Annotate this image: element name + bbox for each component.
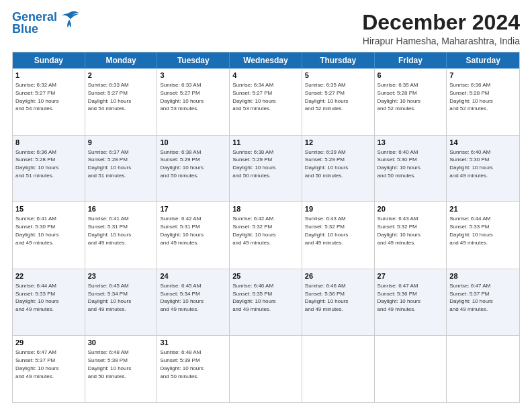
table-row: 28Sunrise: 6:47 AMSunset: 5:37 PMDayligh… <box>447 269 519 336</box>
logo: GeneralBlue <box>12 11 80 35</box>
table-row: 29Sunrise: 6:47 AMSunset: 5:37 PMDayligh… <box>13 336 85 402</box>
table-row: 22Sunrise: 6:44 AMSunset: 5:33 PMDayligh… <box>13 269 85 336</box>
table-row: 18Sunrise: 6:42 AMSunset: 5:32 PMDayligh… <box>230 202 302 269</box>
table-row <box>447 336 519 402</box>
calendar-row: 1Sunrise: 6:32 AMSunset: 5:27 PMDaylight… <box>13 68 519 136</box>
table-row: 1Sunrise: 6:32 AMSunset: 5:27 PMDaylight… <box>13 68 85 135</box>
table-row: 19Sunrise: 6:43 AMSunset: 5:32 PMDayligh… <box>302 202 375 269</box>
table-row: 12Sunrise: 6:39 AMSunset: 5:29 PMDayligh… <box>302 136 375 202</box>
table-row <box>230 336 302 402</box>
header-wednesday: Wednesday <box>230 52 302 68</box>
table-row: 9Sunrise: 6:37 AMSunset: 5:28 PMDaylight… <box>85 136 158 202</box>
header-friday: Friday <box>375 52 447 68</box>
header: GeneralBlue December 2024 Hirapur Hamesh… <box>12 11 520 46</box>
calendar-row: 22Sunrise: 6:44 AMSunset: 5:33 PMDayligh… <box>13 269 519 336</box>
header-monday: Monday <box>85 52 158 68</box>
table-row: 3Sunrise: 6:33 AMSunset: 5:27 PMDaylight… <box>157 68 230 135</box>
table-row: 23Sunrise: 6:45 AMSunset: 5:34 PMDayligh… <box>85 269 158 336</box>
logo-bird-icon <box>58 10 80 29</box>
table-row: 31Sunrise: 6:48 AMSunset: 5:39 PMDayligh… <box>157 336 230 402</box>
table-row: 11Sunrise: 6:38 AMSunset: 5:29 PMDayligh… <box>230 136 302 202</box>
table-row: 10Sunrise: 6:38 AMSunset: 5:29 PMDayligh… <box>157 136 230 202</box>
page: GeneralBlue December 2024 Hirapur Hamesh… <box>0 0 532 411</box>
table-row <box>375 336 447 402</box>
table-row: 8Sunrise: 6:36 AMSunset: 5:28 PMDaylight… <box>13 136 85 202</box>
calendar: Sunday Monday Tuesday Wednesday Thursday… <box>12 52 520 403</box>
table-row: 14Sunrise: 6:40 AMSunset: 5:30 PMDayligh… <box>447 136 519 202</box>
table-row: 13Sunrise: 6:40 AMSunset: 5:30 PMDayligh… <box>375 136 447 202</box>
calendar-row: 8Sunrise: 6:36 AMSunset: 5:28 PMDaylight… <box>13 136 519 203</box>
table-row: 5Sunrise: 6:35 AMSunset: 5:27 PMDaylight… <box>302 68 375 135</box>
table-row: 20Sunrise: 6:43 AMSunset: 5:32 PMDayligh… <box>375 202 447 269</box>
table-row <box>302 336 375 402</box>
logo-text: GeneralBlue <box>12 11 57 35</box>
table-row: 6Sunrise: 6:35 AMSunset: 5:28 PMDaylight… <box>375 68 447 135</box>
calendar-row: 15Sunrise: 6:41 AMSunset: 5:30 PMDayligh… <box>13 202 519 269</box>
calendar-row: 29Sunrise: 6:47 AMSunset: 5:37 PMDayligh… <box>13 336 519 402</box>
header-saturday: Saturday <box>447 52 519 68</box>
month-title: December 2024 <box>362 11 520 34</box>
table-row: 21Sunrise: 6:44 AMSunset: 5:33 PMDayligh… <box>447 202 519 269</box>
table-row: 15Sunrise: 6:41 AMSunset: 5:30 PMDayligh… <box>13 202 85 269</box>
table-row: 24Sunrise: 6:45 AMSunset: 5:34 PMDayligh… <box>157 269 230 336</box>
table-row: 4Sunrise: 6:34 AMSunset: 5:27 PMDaylight… <box>230 68 302 135</box>
table-row: 30Sunrise: 6:48 AMSunset: 5:38 PMDayligh… <box>85 336 158 402</box>
calendar-body: 1Sunrise: 6:32 AMSunset: 5:27 PMDaylight… <box>13 68 519 402</box>
header-tuesday: Tuesday <box>157 52 230 68</box>
table-row: 17Sunrise: 6:42 AMSunset: 5:31 PMDayligh… <box>157 202 230 269</box>
location: Hirapur Hamesha, Maharashtra, India <box>362 36 520 46</box>
table-row: 16Sunrise: 6:41 AMSunset: 5:31 PMDayligh… <box>85 202 158 269</box>
table-row: 2Sunrise: 6:33 AMSunset: 5:27 PMDaylight… <box>85 68 158 135</box>
table-row: 26Sunrise: 6:46 AMSunset: 5:36 PMDayligh… <box>302 269 375 336</box>
table-row: 25Sunrise: 6:46 AMSunset: 5:35 PMDayligh… <box>230 269 302 336</box>
table-row: 27Sunrise: 6:47 AMSunset: 5:36 PMDayligh… <box>375 269 447 336</box>
table-row: 7Sunrise: 6:36 AMSunset: 5:28 PMDaylight… <box>447 68 519 135</box>
calendar-header: Sunday Monday Tuesday Wednesday Thursday… <box>13 52 519 68</box>
header-sunday: Sunday <box>13 52 85 68</box>
header-thursday: Thursday <box>302 52 375 68</box>
title-block: December 2024 Hirapur Hamesha, Maharasht… <box>362 11 520 46</box>
